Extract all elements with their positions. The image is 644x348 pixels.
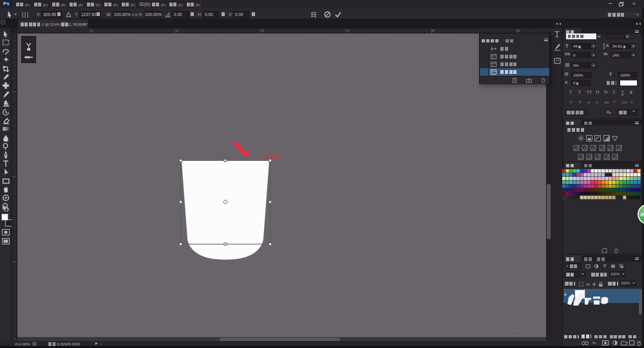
svg-text:20: 20 — [640, 212, 644, 217]
